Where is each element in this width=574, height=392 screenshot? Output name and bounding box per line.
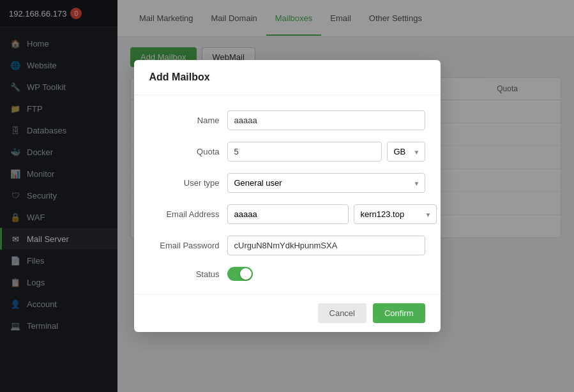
email-label: Email Address <box>149 209 220 219</box>
modal-title: Add Mailbox <box>134 60 441 95</box>
name-input[interactable] <box>227 110 425 130</box>
status-row: Status <box>149 267 425 281</box>
modal-body: Name Quota GBMB ▼ User type General user… <box>134 95 441 294</box>
status-toggle[interactable] <box>227 267 253 281</box>
add-mailbox-modal: Add Mailbox Name Quota GBMB ▼ User type <box>134 60 441 332</box>
toggle-knob <box>240 268 252 280</box>
usertype-select-wrap: General userAdmin ▼ <box>227 173 425 193</box>
password-input[interactable] <box>227 236 425 255</box>
name-row: Name <box>149 110 425 130</box>
email-inputs: kern123.top ▼ <box>227 204 437 224</box>
status-label: Status <box>149 269 220 279</box>
confirm-button[interactable]: Confirm <box>373 303 425 323</box>
email-row: Email Address kern123.top ▼ <box>149 204 425 224</box>
usertype-select[interactable]: General userAdmin <box>227 173 425 193</box>
usertype-label: User type <box>149 178 220 188</box>
cancel-button[interactable]: Cancel <box>318 303 366 323</box>
password-label: Email Password <box>149 241 220 250</box>
domain-select[interactable]: kern123.top <box>354 204 437 224</box>
quota-unit-select[interactable]: GBMB <box>387 142 425 162</box>
quota-input[interactable] <box>227 142 382 162</box>
domain-select-wrap: kern123.top ▼ <box>354 204 437 224</box>
email-input[interactable] <box>227 204 349 224</box>
quota-unit-select-wrap: GBMB ▼ <box>387 142 425 162</box>
usertype-row: User type General userAdmin ▼ <box>149 173 425 193</box>
quota-row: Quota GBMB ▼ <box>149 142 425 162</box>
modal-footer: Cancel Confirm <box>134 294 441 332</box>
quota-label: Quota <box>149 147 220 156</box>
password-row: Email Password <box>149 236 425 255</box>
quota-inputs: GBMB ▼ <box>227 142 425 162</box>
name-label: Name <box>149 116 220 125</box>
modal-overlay[interactable]: Add Mailbox Name Quota GBMB ▼ User type <box>0 0 574 392</box>
